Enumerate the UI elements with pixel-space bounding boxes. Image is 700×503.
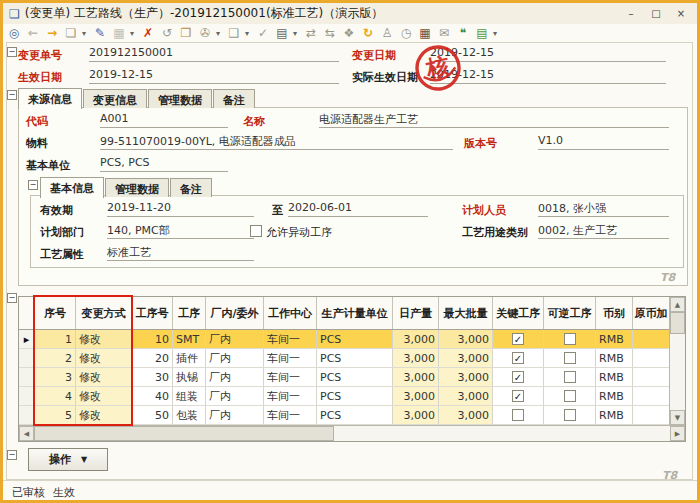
notes-dropdown-icon[interactable]: ▾	[493, 29, 500, 38]
cell-max-batch[interactable]: 3,000	[439, 368, 493, 386]
attach-dropdown-icon[interactable]: ▾	[216, 29, 223, 38]
cell-work-center[interactable]: 车间一	[264, 387, 317, 405]
cell-key-op[interactable]: ✓	[493, 368, 544, 386]
action-button[interactable]: 操作 ▼	[28, 448, 108, 471]
reversible-op-checkbox[interactable]	[564, 352, 576, 364]
cell-orig-currency[interactable]	[633, 330, 669, 348]
grid-collapse-toggle[interactable]: −	[7, 293, 17, 303]
cell-unit[interactable]: PCS	[317, 368, 393, 386]
validity-to-field[interactable]: 2020-06-01	[288, 201, 428, 217]
cell-change-mode[interactable]: 修改	[76, 330, 132, 348]
new-dropdown-icon[interactable]: ▾	[82, 29, 89, 38]
cell-site[interactable]: 厂内	[206, 330, 264, 348]
tab-remarks[interactable]: 备注	[213, 89, 255, 108]
col-op-no[interactable]: 工序号	[132, 297, 173, 329]
horizontal-scrollbar-thumb[interactable]	[34, 426, 334, 441]
save-icon[interactable]: ▦	[111, 25, 127, 41]
cell-op[interactable]: 组装	[173, 387, 206, 405]
cell-max-batch[interactable]: 3,000	[439, 387, 493, 405]
copy-icon[interactable]: ❐	[178, 25, 194, 41]
table-row[interactable]: 5 修改 50 包装 厂内 车间一 PCS 3,000 3,000 RMB	[19, 406, 669, 425]
cell-op-no[interactable]: 20	[132, 349, 173, 367]
cell-seq[interactable]: 4	[35, 387, 76, 405]
edit-icon[interactable]: ✎	[92, 25, 108, 41]
cell-op[interactable]: 插件	[173, 349, 206, 367]
cell-unit[interactable]: PCS	[317, 387, 393, 405]
col-op[interactable]: 工序	[173, 297, 206, 329]
browse-icon[interactable]: ◎	[6, 25, 22, 41]
change-date-field[interactable]: 2019-12-15	[430, 46, 666, 62]
source-collapse-toggle[interactable]: −	[7, 90, 17, 100]
header-collapse-toggle[interactable]: −	[7, 47, 17, 57]
cell-op-no[interactable]: 50	[132, 406, 173, 424]
action-collapse-toggle[interactable]: −	[7, 450, 17, 460]
history-icon[interactable]: ◷	[398, 25, 414, 41]
col-orig-currency[interactable]: 原币加	[633, 297, 669, 329]
cell-max-batch[interactable]: 3,000	[439, 330, 493, 348]
table-row[interactable]: 2 修改 20 插件 厂内 车间一 PCS 3,000 3,000 ✓ RMB	[19, 349, 669, 368]
cell-change-mode[interactable]: 修改	[76, 368, 132, 386]
table-row[interactable]: 4 修改 40 组装 厂内 车间一 PCS 3,000 3,000 ✓ RMB	[19, 387, 669, 406]
close-button[interactable]: ×	[671, 6, 691, 21]
key-op-checkbox[interactable]	[512, 409, 524, 421]
cell-reversible-op[interactable]	[544, 349, 596, 367]
new-icon[interactable]: ❏	[63, 25, 79, 41]
horizontal-scrollbar[interactable]: ◀ ▶	[19, 425, 685, 441]
notes-icon[interactable]: ▤	[474, 25, 490, 41]
print-dropdown-icon[interactable]: ▾	[293, 29, 300, 38]
cell-daily-output[interactable]: 3,000	[393, 368, 439, 386]
code-field[interactable]: A001	[100, 112, 228, 128]
cell-change-mode[interactable]: 修改	[76, 406, 132, 424]
cell-op-no[interactable]: 10	[132, 330, 173, 348]
cell-currency[interactable]: RMB	[596, 349, 633, 367]
key-op-checkbox[interactable]: ✓	[512, 390, 524, 402]
tab-change-info[interactable]: 变更信息	[83, 89, 147, 108]
cell-orig-currency[interactable]	[633, 387, 669, 405]
reversible-op-checkbox[interactable]	[564, 371, 576, 383]
cell-unit[interactable]: PCS	[317, 330, 393, 348]
cell-daily-output[interactable]: 3,000	[393, 349, 439, 367]
reversible-op-checkbox[interactable]	[564, 390, 576, 402]
save-dropdown-icon[interactable]: ▾	[130, 29, 137, 38]
cell-seq[interactable]: 5	[35, 406, 76, 424]
col-max-batch[interactable]: 最大批量	[439, 297, 493, 329]
col-site[interactable]: 厂内/委外	[206, 297, 264, 329]
tab-source-info[interactable]: 来源信息	[18, 88, 82, 109]
cell-site[interactable]: 厂内	[206, 406, 264, 424]
cell-work-center[interactable]: 车间一	[264, 330, 317, 348]
version-field[interactable]: V1.0	[538, 134, 669, 150]
cell-max-batch[interactable]: 3,000	[439, 406, 493, 424]
col-daily-output[interactable]: 日产量	[393, 297, 439, 329]
cell-seq[interactable]: 3	[35, 368, 76, 386]
basic-collapse-toggle[interactable]: −	[28, 180, 38, 190]
col-reversible-op[interactable]: 可逆工序	[544, 297, 596, 329]
cell-max-batch[interactable]: 3,000	[439, 349, 493, 367]
refresh-icon[interactable]: ↻	[360, 25, 376, 41]
cell-orig-currency[interactable]	[633, 406, 669, 424]
verify-icon[interactable]: ✓	[255, 25, 271, 41]
cell-unit[interactable]: PCS	[317, 406, 393, 424]
workflow-icon[interactable]: ❖	[341, 25, 357, 41]
col-unit[interactable]: 生产计量单位	[317, 297, 393, 329]
export-dropdown-icon[interactable]: ▾	[245, 29, 252, 38]
back-icon[interactable]: ←	[25, 25, 41, 41]
cell-unit[interactable]: PCS	[317, 349, 393, 367]
tab-manage-data[interactable]: 管理数据	[148, 89, 212, 108]
cell-daily-output[interactable]: 3,000	[393, 406, 439, 424]
cell-site[interactable]: 厂内	[206, 349, 264, 367]
material-field[interactable]: 99-511070019-00YL, 电源适配器成品	[100, 134, 453, 150]
attribute-field[interactable]: 标准工艺	[107, 245, 254, 261]
cell-currency[interactable]: RMB	[596, 330, 633, 348]
name-field[interactable]: 电源适配器生产工艺	[319, 112, 669, 128]
cell-reversible-op[interactable]	[544, 387, 596, 405]
cell-currency[interactable]: RMB	[596, 406, 633, 424]
maximize-button[interactable]: □	[646, 6, 666, 21]
export-icon[interactable]: ❑	[226, 25, 242, 41]
audit-icon[interactable]: ⇄	[303, 25, 319, 41]
tab-basic-manage-data[interactable]: 管理数据	[105, 178, 169, 197]
cell-site[interactable]: 厂内	[206, 387, 264, 405]
scroll-up-icon[interactable]: ▲	[670, 297, 685, 312]
cell-work-center[interactable]: 车间一	[264, 406, 317, 424]
cell-orig-currency[interactable]	[633, 349, 669, 367]
delete-icon[interactable]: ✗	[140, 25, 156, 41]
